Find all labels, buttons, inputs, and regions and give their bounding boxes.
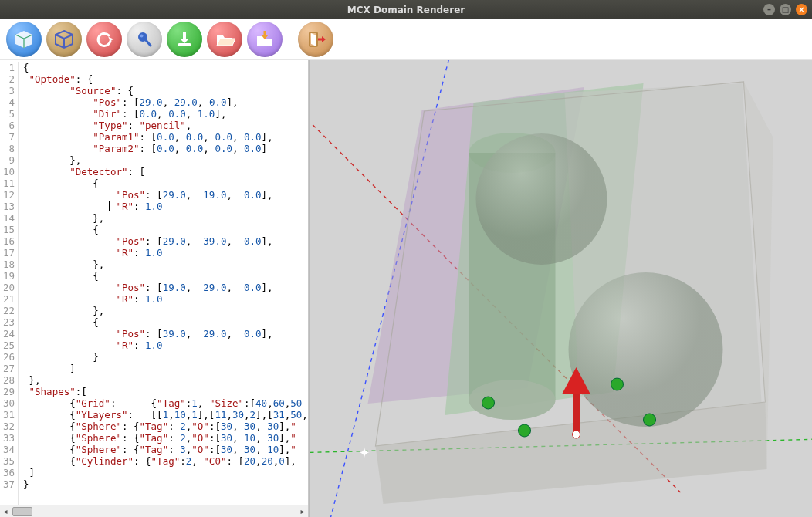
code-line[interactable]: { xyxy=(23,316,308,328)
line-number: 19 xyxy=(0,270,15,282)
code-line[interactable]: { xyxy=(23,224,308,235)
code-line[interactable]: "Pos": [19.0, 29.0, 0.0], xyxy=(23,282,308,293)
line-number: 20 xyxy=(0,282,15,293)
code-body[interactable]: { "Optode": { "Source": { "Pos": [29.0, … xyxy=(19,62,308,505)
line-gutter: 1234567891011121314151617181920212223242… xyxy=(0,62,19,505)
line-number: 32 xyxy=(0,421,15,432)
line-number: 11 xyxy=(0,177,15,189)
toolbar xyxy=(0,19,812,60)
window-buttons: – □ × xyxy=(763,4,807,15)
line-number: 4 xyxy=(0,96,15,108)
line-number: 13 xyxy=(0,201,15,212)
code-line[interactable]: {"Cylinder": {"Tag":2, "C0": [20,20,0], xyxy=(23,455,308,467)
line-number: 30 xyxy=(0,397,15,409)
svg-marker-10 xyxy=(180,39,189,43)
close-button[interactable]: × xyxy=(796,4,807,15)
code-line[interactable]: { xyxy=(23,62,308,73)
code-line[interactable]: ] xyxy=(23,467,308,478)
line-number: 35 xyxy=(0,455,15,467)
scroll-right-arrow[interactable]: ▸ xyxy=(297,507,308,515)
code-line[interactable]: "Param1": [0.0, 0.0, 0.0, 0.0], xyxy=(23,131,308,143)
code-line[interactable]: } xyxy=(23,351,308,363)
line-number: 36 xyxy=(0,467,15,478)
code-line[interactable]: "R": 1.0 xyxy=(23,340,308,351)
code-line[interactable]: {"Grid": {"Tag":1, "Size":[40,60,50 xyxy=(23,397,308,409)
line-number: 28 xyxy=(0,374,15,386)
code-line[interactable]: "R": 1.0 xyxy=(23,247,308,258)
line-number: 6 xyxy=(0,120,15,131)
line-number: 10 xyxy=(0,166,15,177)
code-line[interactable]: { xyxy=(23,177,308,189)
line-number: 26 xyxy=(0,351,15,363)
detector-marker xyxy=(482,397,495,409)
scroll-thumb[interactable] xyxy=(12,507,32,516)
line-number: 8 xyxy=(0,143,15,154)
code-line[interactable]: } xyxy=(23,478,308,490)
code-line[interactable]: { xyxy=(23,270,308,282)
exit-icon[interactable] xyxy=(298,22,333,57)
line-number: 2 xyxy=(0,73,15,85)
code-line[interactable]: "Pos": [29.0, 19.0, 0.0], xyxy=(23,189,308,201)
line-number: 14 xyxy=(0,212,15,224)
code-line[interactable]: "Optode": { xyxy=(23,73,308,85)
code-line[interactable]: }, xyxy=(23,305,308,316)
line-number: 18 xyxy=(0,258,15,270)
code-line[interactable]: {"Sphere": {"Tag": 2,"O":[30, 10, 30]," xyxy=(23,432,308,444)
svg-marker-15 xyxy=(322,36,326,42)
line-number: 15 xyxy=(0,224,15,235)
line-number: 3 xyxy=(0,85,15,96)
code-line[interactable]: "Source": { xyxy=(23,85,308,96)
code-line[interactable]: "Param2": [0.0, 0.0, 0.0, 0.0] xyxy=(23,143,308,154)
window-title: MCX Domain Renderer xyxy=(347,5,465,15)
code-line[interactable]: "R": 1.0 xyxy=(23,293,308,305)
line-number: 7 xyxy=(0,131,15,143)
minimize-button[interactable]: – xyxy=(763,4,775,15)
code-line[interactable]: "Pos": [39.0, 29.0, 0.0], xyxy=(23,328,308,340)
line-number: 33 xyxy=(0,432,15,444)
code-line[interactable]: "Shapes":[ xyxy=(23,386,308,397)
code-line[interactable]: }, xyxy=(23,154,308,166)
line-number: 22 xyxy=(0,305,15,316)
folder-open-icon[interactable] xyxy=(207,22,242,57)
scroll-track[interactable] xyxy=(32,507,297,516)
scroll-left-arrow[interactable]: ◂ xyxy=(0,507,11,515)
line-number: 16 xyxy=(0,235,15,247)
line-number: 27 xyxy=(0,363,15,374)
detector-marker xyxy=(644,414,656,426)
code-line[interactable]: "R": 1.0 xyxy=(23,201,308,212)
code-line[interactable]: ] xyxy=(23,363,308,374)
code-editor[interactable]: 1234567891011121314151617181920212223242… xyxy=(0,60,309,517)
horizontal-scrollbar[interactable]: ◂ ▸ xyxy=(0,505,308,517)
svg-point-22 xyxy=(573,431,580,438)
code-line[interactable]: {"Sphere": {"Tag": 3,"O":[30, 30, 10]," xyxy=(23,444,308,455)
code-line[interactable]: {"Sphere": {"Tag": 2,"O":[30, 30, 30]," xyxy=(23,421,308,432)
line-number: 24 xyxy=(0,328,15,340)
undo-icon[interactable] xyxy=(86,22,122,57)
code-line[interactable]: }, xyxy=(23,212,308,224)
titlebar: MCX Domain Renderer – □ × xyxy=(0,0,812,19)
code-line[interactable]: "Type": "pencil", xyxy=(23,120,308,131)
maximize-button[interactable]: □ xyxy=(780,4,791,15)
code-line[interactable]: "Detector": [ xyxy=(23,166,308,177)
cube-outline-icon[interactable] xyxy=(46,22,82,57)
download-icon[interactable] xyxy=(167,22,202,57)
sphere-shape xyxy=(569,272,723,427)
code-line[interactable]: "Dir": [0.0, 0.0, 1.0], xyxy=(23,108,308,120)
code-line[interactable]: {"YLayers": [[1,10,1],[11,30,2],[31,50, xyxy=(23,409,308,421)
code-line[interactable]: }, xyxy=(23,374,308,386)
code-line[interactable]: "Pos": [29.0, 39.0, 0.0], xyxy=(23,235,308,247)
cube-filled-icon[interactable] xyxy=(6,22,42,57)
sphere-shape xyxy=(476,133,607,265)
line-number: 21 xyxy=(0,293,15,305)
code-line[interactable]: "Pos": [29.0, 29.0, 0.0], xyxy=(23,96,308,108)
line-number: 5 xyxy=(0,108,15,120)
pin-icon[interactable] xyxy=(127,22,162,57)
line-number: 37 xyxy=(0,478,15,490)
code-line[interactable]: }, xyxy=(23,258,308,270)
line-number: 1 xyxy=(0,62,15,73)
line-number: 23 xyxy=(0,316,15,328)
3d-viewport[interactable]: ✦ xyxy=(309,60,812,517)
line-number: 17 xyxy=(0,247,15,258)
folder-download-icon[interactable] xyxy=(247,22,283,57)
line-number: 34 xyxy=(0,444,15,455)
